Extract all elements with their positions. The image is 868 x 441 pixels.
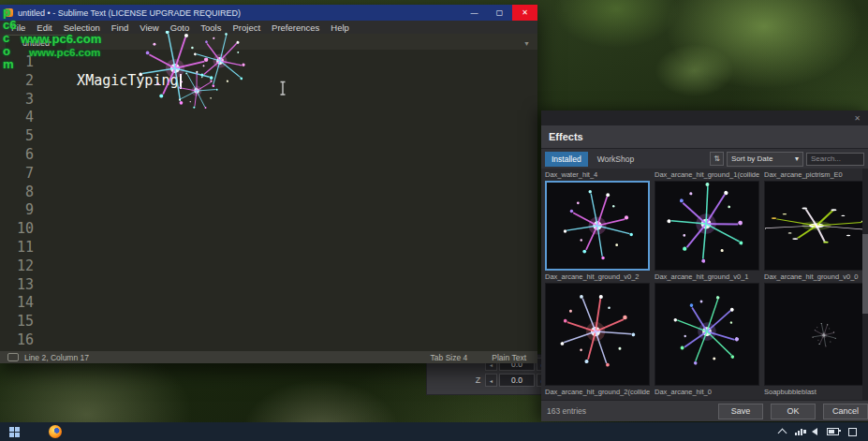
- effect-label: Dax_arcane_hit_ground_2(collide): [545, 388, 650, 396]
- save-button[interactable]: Save: [718, 404, 763, 419]
- grid-label-row: Dax_arcane_hit_ground_2(collide) Dax_arc…: [545, 388, 868, 396]
- scrollbar-thumb[interactable]: [862, 234, 868, 314]
- effect-label: Dax_arcane_hit_ground_v0_1: [655, 272, 759, 281]
- menu-view[interactable]: View: [134, 22, 164, 33]
- value-field[interactable]: 0.0: [499, 374, 535, 387]
- menu-edit[interactable]: Edit: [31, 22, 57, 33]
- transform-row-z: Z ◂ 0.0 ▸: [427, 374, 549, 387]
- menu-find[interactable]: Find: [106, 22, 134, 33]
- system-tray: [779, 427, 868, 436]
- status-bar: Line 2, Column 17 Tab Size 4 Plain Text: [0, 351, 537, 363]
- cancel-button[interactable]: Cancel: [823, 404, 868, 419]
- tab-overflow-icon[interactable]: ▼: [523, 40, 530, 47]
- menu-help[interactable]: Help: [325, 22, 355, 33]
- chevron-down-icon: ▾: [795, 154, 799, 163]
- menu-selection[interactable]: Selection: [58, 22, 106, 33]
- sort-order-icon[interactable]: ⇅: [710, 152, 724, 166]
- tab-workshop[interactable]: WorkShop: [591, 152, 641, 167]
- text-caret: [180, 74, 182, 89]
- code-line-2: XMagicTyping: [43, 72, 179, 89]
- window-title: untitled • - Sublime Text (LICENSE UPGRA…: [18, 8, 241, 18]
- status-position: Line 2, Column 17: [24, 353, 89, 362]
- effect-tile[interactable]: [764, 283, 868, 386]
- effect-label: Dax_arcane_hit_ground_1(collide): [655, 170, 759, 179]
- action-center-icon[interactable]: [848, 428, 857, 436]
- grid-label-row: Dax_water_hit_4 Dax_arcane_hit_ground_1(…: [545, 170, 868, 179]
- effect-tile[interactable]: [545, 283, 650, 386]
- menu-bar: File Edit Selection Find View Goto Tools…: [0, 21, 537, 34]
- tab-untitled[interactable]: untitled: [6, 35, 66, 50]
- status-syntax[interactable]: Plain Text: [492, 353, 526, 362]
- effect-tile[interactable]: [655, 283, 759, 386]
- menu-goto[interactable]: Goto: [165, 22, 196, 33]
- menu-file[interactable]: File: [6, 22, 31, 33]
- effect-tile[interactable]: [655, 181, 759, 271]
- grid-label-row: Dax_arcane_hit_ground_v0_2 Dax_arcane_hi…: [545, 272, 868, 281]
- taskbar: [0, 422, 868, 441]
- close-button[interactable]: ✕: [512, 5, 537, 21]
- ok-button[interactable]: OK: [771, 404, 816, 419]
- network-icon[interactable]: [795, 429, 802, 435]
- grid-tile-row: [545, 283, 868, 386]
- grid-scrollbar[interactable]: [862, 169, 868, 401]
- start-button[interactable]: [0, 422, 28, 441]
- effects-grid[interactable]: Dax_water_hit_4 Dax_arcane_hit_ground_1(…: [541, 169, 868, 401]
- tab-installed[interactable]: Installed: [545, 152, 588, 167]
- entries-count: 163 entries: [547, 406, 586, 416]
- battery-icon[interactable]: [827, 428, 839, 435]
- tab-bar: untitled ▼: [0, 34, 537, 50]
- line-number-gutter: 12 34 56 78 910 1112 1314 1516: [0, 50, 43, 351]
- search-input[interactable]: [806, 153, 864, 166]
- menu-tools[interactable]: Tools: [195, 22, 227, 33]
- editor-area[interactable]: 12 34 56 78 910 1112 1314 1516 XMagicTyp…: [0, 50, 537, 351]
- effect-label: Dax_arcane_hit_ground_v0_2: [545, 272, 650, 281]
- sort-by-date-dropdown[interactable]: Sort by Date ▾: [727, 152, 803, 167]
- effect-label: Dax_water_hit_4: [545, 170, 650, 179]
- effect-label: Dax_arcane_pictrism_E0: [764, 170, 868, 179]
- grid-tile-row: [545, 181, 868, 271]
- sublime-app-icon: [5, 8, 13, 17]
- effect-tile[interactable]: [764, 181, 868, 271]
- effect-label: Dax_arcane_hit_0: [655, 388, 759, 396]
- tray-chevron-up-icon[interactable]: [778, 429, 787, 438]
- sublime-text-window: untitled • - Sublime Text (LICENSE UPGRA…: [0, 5, 537, 363]
- panel-close-icon[interactable]: ✕: [854, 114, 861, 123]
- effects-toolbar: Installed WorkShop ⇅ Sort by Date ▾: [541, 149, 868, 169]
- volume-icon[interactable]: [812, 428, 817, 435]
- effect-label: Soapbubbleblast: [764, 388, 868, 396]
- maximize-button[interactable]: ▢: [487, 5, 512, 21]
- status-tab-size[interactable]: Tab Size 4: [431, 353, 468, 362]
- z-axis-label: Z: [473, 375, 483, 385]
- code-text[interactable]: XMagicTyping: [43, 50, 537, 351]
- effects-bottom-bar: 163 entries Save OK Cancel: [541, 400, 868, 421]
- effects-panel-title-bar: ✕: [541, 110, 868, 125]
- effects-panel-header: Effects: [541, 125, 868, 149]
- menu-project[interactable]: Project: [227, 22, 266, 33]
- spin-left-button[interactable]: ◂: [485, 374, 497, 387]
- menu-preferences[interactable]: Preferences: [266, 22, 325, 33]
- firefox-taskbar-icon[interactable]: [49, 425, 62, 438]
- status-indicator-icon: [7, 353, 19, 361]
- effect-label: Dax_arcane_hit_ground_v0_0: [764, 272, 868, 281]
- windows-logo-icon: [9, 427, 20, 437]
- effect-tile[interactable]: [545, 181, 650, 271]
- effects-panel: ✕ Effects Installed WorkShop ⇅ Sort by D…: [541, 110, 868, 421]
- minimize-button[interactable]: —: [462, 5, 487, 21]
- window-title-bar[interactable]: untitled • - Sublime Text (LICENSE UPGRA…: [0, 5, 537, 21]
- effects-panel-title: Effects: [549, 131, 583, 142]
